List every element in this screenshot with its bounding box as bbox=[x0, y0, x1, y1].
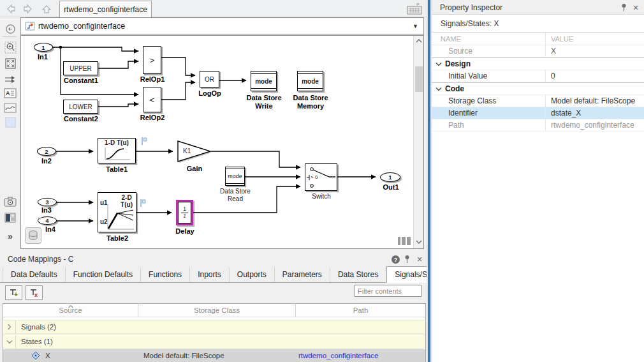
tab-data-stores[interactable]: Data Stores bbox=[330, 268, 386, 282]
block-in2-label: In2 bbox=[41, 157, 52, 165]
block-in4[interactable]: 4 bbox=[38, 216, 57, 225]
data-store-badge-icon[interactable] bbox=[25, 227, 41, 244]
scroll-up-icon[interactable] bbox=[415, 38, 423, 43]
code-mappings-title: Code Mappings - C bbox=[8, 255, 73, 264]
scroll-down-icon[interactable] bbox=[415, 239, 423, 245]
pane-splitter-handle[interactable] bbox=[398, 237, 411, 245]
column-header-source[interactable]: Source bbox=[3, 304, 138, 317]
inspector-grid-header: NAME VALUE bbox=[432, 33, 644, 45]
property-row-identifier[interactable]: Identifier dstate_X bbox=[432, 107, 644, 119]
section-code[interactable]: Code bbox=[432, 82, 644, 95]
tab-parameters[interactable]: Parameters bbox=[275, 268, 330, 282]
block-relop1-label: RelOp1 bbox=[140, 75, 165, 84]
tab-functions[interactable]: Functions bbox=[141, 268, 190, 282]
delay-numerator: 1 bbox=[183, 206, 186, 212]
block-gain[interactable]: K1 bbox=[177, 140, 213, 163]
block-relop2[interactable]: < bbox=[143, 87, 161, 112]
palette-toolbar: A » bbox=[0, 17, 20, 249]
block-delay[interactable]: 1 z bbox=[176, 200, 193, 225]
zoom-region-icon[interactable] bbox=[3, 40, 17, 54]
block-data-store-memory[interactable]: mode bbox=[297, 71, 323, 91]
table1-curve bbox=[101, 146, 133, 162]
block-table2[interactable]: 2-D T(u) u1 u2 bbox=[98, 192, 136, 232]
up-arrow-icon[interactable] bbox=[40, 3, 54, 15]
column-header-path[interactable]: Path bbox=[296, 304, 425, 317]
add-mapping-button[interactable]: + bbox=[5, 285, 22, 300]
name-column-label: NAME bbox=[432, 35, 545, 43]
path-value: rtwdemo_configinterface bbox=[545, 119, 644, 131]
identifier-name: Identifier bbox=[432, 109, 545, 117]
property-inspector-header: Property Inspector ✕ bbox=[432, 0, 644, 15]
model-canvas[interactable]: 1 In1 2 In2 3 In3 4 In4 1 Out1 UPPER Con… bbox=[20, 35, 424, 249]
forward-arrow-icon[interactable] bbox=[21, 3, 35, 15]
fit-to-view-icon[interactable] bbox=[3, 56, 17, 70]
scrollbar-thumb[interactable] bbox=[415, 66, 423, 92]
group-row-states[interactable]: States (1) bbox=[3, 335, 425, 349]
block-relop1[interactable]: > bbox=[143, 46, 161, 74]
section-design[interactable]: Design bbox=[432, 57, 644, 70]
block-in2[interactable]: 2 bbox=[37, 147, 56, 156]
state-path-link[interactable]: rtwdemo_configinterface bbox=[298, 352, 378, 359]
signal-tag-icon bbox=[141, 137, 149, 146]
signals-group-label: Signals (2) bbox=[16, 323, 56, 331]
hide-browser-icon[interactable] bbox=[3, 22, 17, 36]
storage-class-value[interactable]: Model default: FileScope bbox=[545, 95, 644, 107]
pin-icon[interactable] bbox=[618, 3, 629, 13]
relop2-operator: < bbox=[150, 95, 155, 105]
block-table1[interactable]: 1-D T(u) bbox=[98, 138, 136, 163]
screenshot-camera-icon[interactable] bbox=[3, 195, 17, 209]
back-arrow-icon[interactable] bbox=[4, 3, 18, 15]
vertical-splitter[interactable] bbox=[427, 0, 432, 362]
close-icon[interactable]: ✕ bbox=[414, 254, 425, 264]
breadcrumb-dropdown-icon[interactable]: ▼ bbox=[413, 23, 418, 29]
property-row-path[interactable]: Path rtwdemo_configinterface bbox=[432, 119, 644, 132]
more-tools-icon[interactable]: » bbox=[3, 229, 17, 243]
block-switch[interactable]: > 0 bbox=[305, 163, 337, 191]
tab-inports[interactable]: Inports bbox=[190, 268, 230, 282]
block-logop[interactable]: OR bbox=[200, 71, 219, 87]
block-data-store-write[interactable]: mode bbox=[251, 71, 277, 91]
block-constant1-label: Constant1 bbox=[64, 77, 98, 85]
tab-data-defaults[interactable]: Data Defaults bbox=[3, 268, 66, 282]
block-out1[interactable]: 1 bbox=[380, 172, 400, 182]
filter-contents-input[interactable] bbox=[355, 285, 421, 297]
block-data-store-read[interactable]: mode bbox=[225, 167, 245, 186]
more-glyph: » bbox=[8, 231, 13, 241]
block-constant1[interactable]: UPPER bbox=[63, 61, 98, 75]
area-icon[interactable] bbox=[3, 115, 17, 129]
tab-function-defaults[interactable]: Function Defaults bbox=[66, 268, 141, 282]
property-row-initial-value[interactable]: Initial Value 0 bbox=[432, 70, 644, 82]
block-in1[interactable]: 1 bbox=[34, 43, 53, 52]
mappings-table: Source Storage Class Path Signals (2) St… bbox=[3, 303, 426, 362]
model-tab[interactable]: rtwdemo_configinterface bbox=[59, 1, 152, 17]
block-in3[interactable]: 3 bbox=[38, 198, 57, 206]
state-row-x[interactable]: X Model default: FileScope rtwdemo_confi… bbox=[3, 349, 425, 362]
block-data-store-memory-label: Data Store Memory bbox=[293, 94, 328, 110]
identifier-value[interactable]: dstate_X bbox=[545, 107, 644, 119]
block-in3-label: In3 bbox=[41, 206, 52, 215]
keyboard-shortcuts-icon[interactable] bbox=[406, 2, 423, 16]
property-row-source[interactable]: Source X bbox=[432, 45, 644, 57]
out1-port-number: 1 bbox=[388, 174, 392, 181]
viewmarks-icon[interactable] bbox=[3, 211, 17, 225]
pin-icon[interactable] bbox=[402, 254, 412, 264]
tab-outports[interactable]: Outports bbox=[230, 268, 275, 282]
data-store-read-text: mode bbox=[226, 169, 244, 184]
expand-right-icon bbox=[7, 324, 11, 330]
canvas-vertical-scrollbar[interactable] bbox=[413, 36, 423, 248]
property-row-storage-class[interactable]: Storage Class Model default: FileScope bbox=[432, 95, 644, 107]
image-icon[interactable] bbox=[3, 101, 17, 115]
block-constant2[interactable]: LOWER bbox=[63, 100, 98, 114]
group-row-signals[interactable]: Signals (2) bbox=[3, 320, 425, 334]
remove-mapping-button[interactable]: x bbox=[26, 285, 43, 300]
source-property-name: Source bbox=[432, 47, 545, 56]
table2-title-line1: 2-D bbox=[121, 194, 133, 201]
breadcrumb-model-name[interactable]: rtwdemo_configinterface bbox=[38, 22, 125, 31]
route-signals-icon[interactable] bbox=[3, 72, 17, 86]
initial-value-value[interactable]: 0 bbox=[545, 70, 644, 82]
block-table1-label: Table1 bbox=[106, 165, 128, 174]
close-icon[interactable]: ✕ bbox=[631, 3, 641, 13]
help-icon[interactable]: ? bbox=[392, 255, 400, 264]
column-header-storage-class[interactable]: Storage Class bbox=[138, 304, 296, 317]
annotation-icon[interactable]: A bbox=[3, 86, 17, 100]
